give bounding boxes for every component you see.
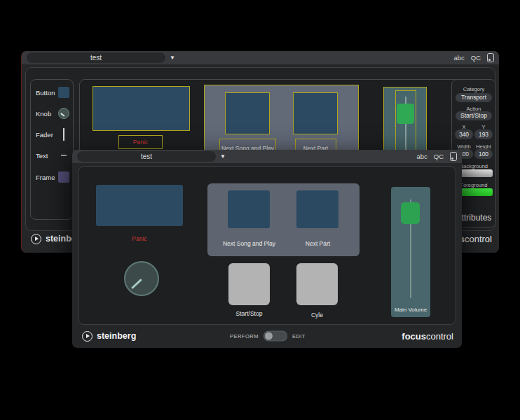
button-element-icon bbox=[58, 87, 69, 98]
height-field[interactable]: 100 bbox=[474, 149, 493, 159]
knob-control[interactable] bbox=[124, 261, 159, 296]
preset-selector[interactable]: test bbox=[27, 52, 165, 63]
next-song-button[interactable] bbox=[228, 190, 270, 228]
element-palette: Button Knob Fader Text Frame bbox=[30, 79, 74, 220]
fader-handle[interactable] bbox=[397, 104, 414, 124]
device-icon[interactable] bbox=[450, 152, 457, 161]
knob-element-icon bbox=[58, 108, 69, 119]
product-name-light: control bbox=[426, 331, 453, 342]
knob-pointer bbox=[131, 279, 142, 289]
palette-item-knob[interactable]: Knob bbox=[36, 108, 69, 119]
palette-label-fader: Fader bbox=[36, 131, 53, 139]
palette-label-knob: Knob bbox=[36, 110, 51, 118]
start-stop-button[interactable] bbox=[228, 263, 270, 305]
transport-frame: Next Song and Play Next Part bbox=[207, 183, 360, 256]
palette-item-frame[interactable]: Frame bbox=[36, 172, 69, 183]
abc-toggle[interactable]: abc bbox=[453, 54, 464, 62]
preset-dropdown-arrow-icon[interactable]: ▼ bbox=[220, 153, 226, 160]
canvas-next-part-button[interactable] bbox=[293, 92, 338, 134]
toggle-knob[interactable] bbox=[265, 332, 273, 340]
palette-label-button: Button bbox=[36, 89, 55, 97]
steinberg-logo-icon bbox=[82, 331, 93, 342]
perform-footer: steinberg PERFORM EDIT focuscontrol bbox=[82, 326, 453, 346]
palette-label-frame: Frame bbox=[36, 174, 55, 181]
canvas-next-song-button[interactable] bbox=[225, 92, 270, 134]
frame-element-icon bbox=[58, 172, 69, 183]
steinberg-brand: steinberg bbox=[82, 331, 136, 342]
fader-element-icon bbox=[63, 128, 64, 141]
qc-toggle[interactable]: QC bbox=[434, 153, 444, 160]
mode-switch: PERFORM EDIT bbox=[230, 331, 306, 342]
main-volume-label: Main Volume bbox=[391, 307, 430, 314]
category-select[interactable]: Transport bbox=[456, 93, 492, 102]
perform-window: test ▼ abc QC Panic Next Song and Play N… bbox=[72, 150, 462, 348]
palette-item-text[interactable]: Text bbox=[36, 150, 69, 161]
preset-dropdown-arrow-icon[interactable]: ▼ bbox=[170, 55, 175, 61]
fader-handle[interactable] bbox=[401, 202, 420, 224]
action-select[interactable]: Start/Stop bbox=[456, 111, 492, 120]
product-name-bold: focus bbox=[402, 331, 426, 342]
panic-button[interactable] bbox=[96, 185, 183, 226]
product-name-light: control bbox=[465, 234, 492, 244]
focuscontrol-wordmark: focuscontrol bbox=[402, 331, 453, 342]
next-part-label: Next Part bbox=[276, 240, 360, 247]
perform-edit-toggle[interactable] bbox=[264, 331, 287, 342]
steinberg-wordmark: steinberg bbox=[97, 331, 136, 341]
abc-toggle[interactable]: abc bbox=[416, 153, 427, 160]
panic-button-label: Panic bbox=[96, 235, 183, 242]
edit-mode-label: EDIT bbox=[292, 333, 306, 340]
titlebar-actions: abc QC bbox=[453, 51, 494, 64]
category-label: Category bbox=[452, 86, 495, 92]
main-volume-fader[interactable]: Main Volume bbox=[391, 187, 430, 317]
perform-titlebar: test ▼ abc QC bbox=[72, 150, 462, 163]
x-field[interactable]: 340 bbox=[455, 130, 473, 139]
canvas-panic-label[interactable]: Panic bbox=[118, 135, 163, 149]
titlebar-actions: abc QC bbox=[416, 150, 457, 163]
palette-label-text: Text bbox=[36, 152, 48, 160]
device-icon[interactable] bbox=[487, 53, 494, 62]
cycle-button[interactable] bbox=[296, 263, 338, 305]
qc-toggle[interactable]: QC bbox=[471, 54, 481, 62]
editor-titlebar: test ▼ abc QC bbox=[22, 51, 499, 64]
y-field[interactable]: 193 bbox=[474, 130, 493, 139]
preset-selector[interactable]: test bbox=[77, 151, 216, 162]
text-element-icon bbox=[61, 155, 67, 156]
palette-item-button[interactable]: Button bbox=[36, 87, 69, 98]
perform-mode-label: PERFORM bbox=[230, 333, 259, 340]
canvas-panic-button[interactable] bbox=[93, 86, 190, 131]
next-part-button[interactable] bbox=[296, 190, 338, 228]
cycle-label: Cyle bbox=[275, 312, 359, 318]
palette-item-fader[interactable]: Fader bbox=[36, 129, 69, 140]
steinberg-logo-icon bbox=[31, 234, 41, 244]
